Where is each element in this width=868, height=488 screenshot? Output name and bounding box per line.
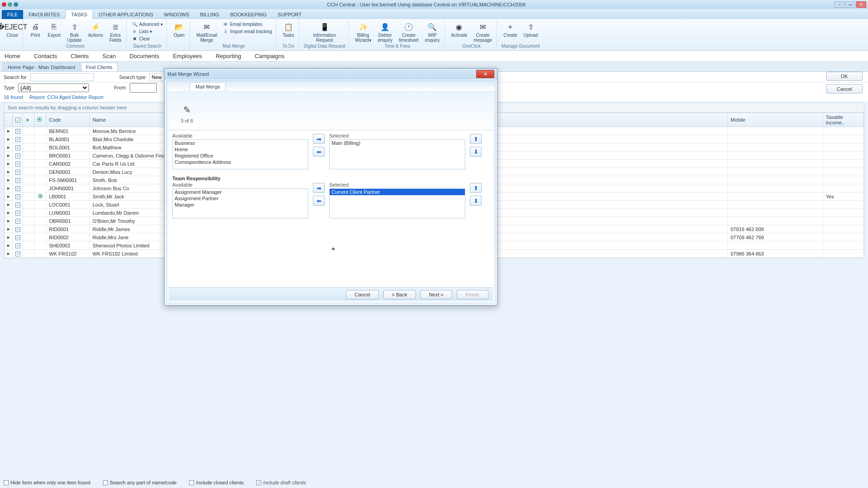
- page-tab[interactable]: Find Clients: [81, 63, 117, 71]
- modal-tab[interactable]: Mail Merge: [190, 82, 226, 91]
- nav-item[interactable]: Campaigns: [255, 53, 285, 59]
- type-select[interactable]: (All): [18, 84, 89, 92]
- selected-list-1[interactable]: Main (Billing): [329, 139, 465, 169]
- move-right-button[interactable]: ➡: [313, 183, 325, 193]
- modal-titlebar[interactable]: Mail Merge Wizard ✕: [165, 69, 497, 79]
- ribbon-small-button[interactable]: ✖Clear: [131, 35, 164, 42]
- ribbon-button[interactable]: 🔍WIP enquiry: [423, 21, 442, 44]
- ribbon-button[interactable]: ◉Activate: [449, 21, 469, 39]
- ribbon-icon: ⎘: [49, 22, 59, 32]
- move-up-button[interactable]: ⬆: [470, 134, 482, 144]
- ok-button[interactable]: OK: [826, 72, 863, 81]
- selected-list-2[interactable]: Current Client Partner: [329, 188, 465, 218]
- available-list-1[interactable]: BusinessHomeRegistered OfficeCorresponde…: [172, 139, 308, 169]
- ribbon-button[interactable]: 🕐Create timesheet: [397, 21, 420, 44]
- selected-label: Selected: [329, 133, 465, 138]
- ribbon-button[interactable]: 📱Information Request: [312, 21, 338, 44]
- modal-title: Mail Merge Wizard: [167, 71, 476, 77]
- list-item[interactable]: Current Client Partner: [330, 189, 465, 195]
- col-check[interactable]: ✓: [13, 113, 23, 127]
- move-down-button[interactable]: ⬇: [470, 196, 482, 206]
- cell-tax: [823, 250, 864, 258]
- ribbon-button[interactable]: ✉Mail/Email Merge: [195, 21, 219, 44]
- col-mobile[interactable]: Mobile: [728, 113, 823, 127]
- move-right-button[interactable]: ➡: [313, 134, 325, 144]
- move-left-button[interactable]: ⬅: [313, 147, 325, 157]
- ribbon-button[interactable]: 🖨Print: [28, 21, 43, 39]
- maximize-button[interactable]: ▭: [845, 1, 855, 8]
- from-input[interactable]: [130, 83, 157, 93]
- ribbon-tab[interactable]: OTHER APPLICATIONS: [93, 10, 158, 19]
- cell-code: CAR0002: [46, 160, 90, 168]
- list-item[interactable]: Assignment Partner: [173, 195, 308, 202]
- team-heading: Team Responsibility: [172, 176, 489, 181]
- ribbon-button[interactable]: ✨Billing Wizard▾: [353, 21, 373, 44]
- move-left-button[interactable]: ⬅: [313, 196, 325, 206]
- nav-item[interactable]: Contacts: [34, 53, 57, 59]
- move-up-button[interactable]: ⬆: [470, 183, 482, 193]
- available-label-2: Available: [172, 182, 308, 187]
- ribbon-tab[interactable]: WINDOWS: [159, 10, 195, 19]
- searchfor-input[interactable]: [30, 73, 94, 81]
- ribbon-button[interactable]: ✉Create message: [472, 21, 494, 44]
- ribbon-button[interactable]: ⚡Actions: [86, 21, 105, 39]
- window-close-button[interactable]: ✕: [856, 1, 866, 8]
- ribbon-button[interactable]: ≣Extra Fields: [107, 21, 123, 44]
- col-taxable[interactable]: Taxable income..: [823, 113, 864, 127]
- cell-code: RID0002: [46, 233, 90, 242]
- ribbon-icon: 📂: [174, 22, 184, 32]
- ribbon-tab[interactable]: SUPPORT: [272, 10, 307, 19]
- nav-item[interactable]: Employees: [173, 53, 202, 59]
- modal-close-button[interactable]: ✕: [476, 70, 494, 78]
- ribbon-tab[interactable]: BILLING: [195, 10, 224, 19]
- ribbon-icon: ⇪: [69, 22, 79, 32]
- move-down-button[interactable]: ⬇: [470, 147, 482, 157]
- nav-item[interactable]: Documents: [129, 53, 159, 59]
- ribbon-tab-file[interactable]: FILE: [2, 10, 23, 19]
- list-item[interactable]: Main (Billing): [330, 140, 465, 146]
- list-item[interactable]: Assignment Manager: [173, 189, 308, 195]
- ribbon-small-button[interactable]: ✉Email templates: [222, 21, 273, 27]
- ribbon-button[interactable]: ＋Create: [502, 21, 519, 39]
- list-item[interactable]: Business: [173, 140, 308, 146]
- page-tab[interactable]: Home Page - Main Dashboard: [3, 63, 80, 71]
- cell-tax: [823, 176, 864, 184]
- ribbon-button[interactable]: 📋Tasks: [281, 21, 296, 39]
- ribbon-button[interactable]: 📂Open: [171, 21, 187, 39]
- nav-item[interactable]: Scan: [102, 53, 116, 59]
- available-list-2[interactable]: Assignment ManagerAssignment PartnerMana…: [172, 188, 308, 218]
- ribbon-tab[interactable]: FAVOURITES: [23, 10, 65, 19]
- qat-icon[interactable]: [8, 2, 12, 7]
- searchtype-label: Search type: [119, 74, 146, 80]
- ribbon-tab[interactable]: BOOKKEEPING: [224, 10, 272, 19]
- report-link[interactable]: Report: CCH Aged Debtor Report: [29, 94, 103, 100]
- nav-item[interactable]: Reporting: [215, 53, 241, 59]
- ribbon-small-button[interactable]: ⇩Import email tracking: [222, 28, 273, 35]
- ribbon-tab[interactable]: TASKS: [65, 10, 93, 19]
- cell-tax: [823, 209, 864, 217]
- list-item[interactable]: Correspondence Address: [173, 159, 308, 165]
- list-item[interactable]: Registered Office: [173, 153, 308, 159]
- cell-tax: Yes: [823, 192, 864, 201]
- qat-icon[interactable]: [2, 2, 6, 7]
- right-buttons: OK Cancel: [826, 72, 863, 94]
- cancel-button[interactable]: Cancel: [826, 84, 863, 94]
- cell-mobile: [728, 201, 823, 209]
- ribbon-small-button[interactable]: 🔍Advanced ▾: [131, 21, 164, 27]
- ribbon-small-button[interactable]: ≡Lists ▾: [131, 28, 164, 35]
- col-star[interactable]: ★: [23, 113, 34, 127]
- qat-icon[interactable]: [14, 2, 18, 7]
- list-item[interactable]: Home: [173, 146, 308, 153]
- ribbon-button[interactable]: 👤Debtor enquiry: [376, 21, 395, 44]
- ribbon-button[interactable]: ⇪Bulk Update: [65, 21, 83, 44]
- ribbon-button[interactable]: �EJECTClose: [5, 21, 20, 39]
- nav-item[interactable]: Clients: [71, 53, 89, 59]
- col-mark[interactable]: [34, 113, 46, 127]
- minimize-button[interactable]: ─: [834, 1, 844, 8]
- ribbon-button[interactable]: ⎘Export: [46, 21, 63, 39]
- col-handle[interactable]: [5, 113, 13, 127]
- col-code[interactable]: Code: [46, 113, 90, 127]
- list-item[interactable]: Manager: [173, 202, 308, 208]
- nav-item[interactable]: Home: [5, 53, 20, 59]
- ribbon-button[interactable]: ⇧Upload: [522, 21, 540, 39]
